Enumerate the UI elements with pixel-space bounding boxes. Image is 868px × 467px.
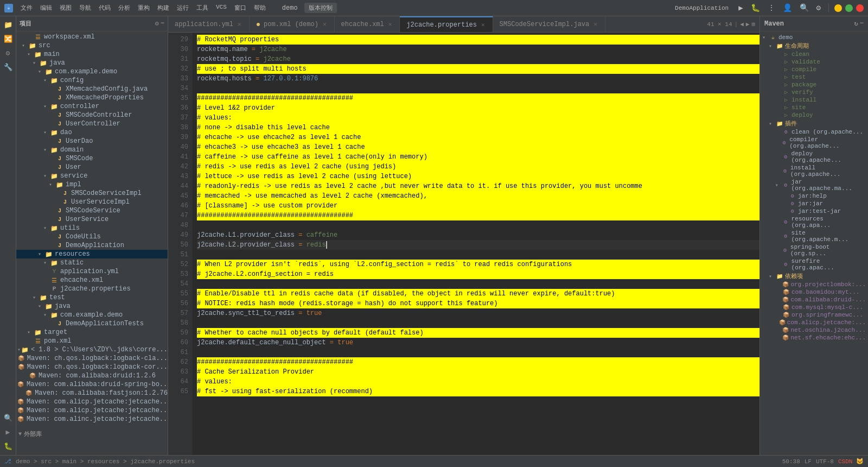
sidebar-item-xmemcachedprops[interactable]: JXMemcachedProperties xyxy=(16,93,168,102)
maven-item-依赖项[interactable]: ▾📁依赖项 xyxy=(760,272,868,281)
maven-collapse[interactable]: − xyxy=(860,20,864,28)
menu-item[interactable]: 编辑 xyxy=(37,3,55,13)
menu-item[interactable]: 导航 xyxy=(76,3,94,13)
sidebar-item-testcomexample[interactable]: ▾📁com.example.demo xyxy=(16,311,168,319)
sidebar-item-userserviceimpl[interactable]: JUserServiceImpl xyxy=(16,198,168,206)
sidebar-item-xmemcachedconfig[interactable]: JXMemcachedConfig.java xyxy=(16,85,168,93)
menu-item[interactable]: 文件 xyxy=(17,3,36,13)
sidebar-item-externaljdk[interactable]: ▾📁< 1.8 > C:\Users\ZDY\.jdks\corre... xyxy=(16,345,168,354)
maven-item-demo[interactable]: ▾☕demo xyxy=(760,34,868,41)
maven-item-com.mysql:mysql-c...[interactable]: 📦com.mysql:mysql-c... xyxy=(760,304,868,311)
maven-item-org.springframewc...[interactable]: 📦org.springframewc... xyxy=(760,311,868,319)
sidebar-item-ext4[interactable]: 📦Maven: com.alibaba:druid-spring-bo... xyxy=(16,380,168,389)
sidebar-settings[interactable]: ⚙ xyxy=(155,20,159,28)
more-button[interactable]: ⋮ xyxy=(765,2,777,14)
sidebar-item-java[interactable]: ▾📁java xyxy=(16,59,168,67)
tab-ehcachexml[interactable]: ehcache.xml✕ xyxy=(335,16,400,32)
maven-item-validate[interactable]: ▷validate xyxy=(760,58,868,66)
structure-button[interactable]: ⚙ xyxy=(2,47,15,60)
sidebar-item-domain[interactable]: ▾📁domain xyxy=(16,146,168,154)
maven-item-com.baomidou:myt...[interactable]: 📦com.baomidou:myt... xyxy=(760,288,868,296)
maven-item-verify[interactable]: ▷verify xyxy=(760,89,868,96)
maven-item-install[interactable]: ▷install xyxy=(760,96,868,104)
menu-item[interactable]: 视图 xyxy=(56,3,75,13)
sidebar-item-ext3[interactable]: 📦Maven: com.alibaba:druid:1.2.6 xyxy=(16,371,168,380)
sidebar-item-smscodecontroller[interactable]: JSMSCodeController xyxy=(16,111,168,119)
menu-bar[interactable]: 文件 编辑 视图 导航 代码 分析 重构 构建 运行 工具 VCS 窗口 帮助 xyxy=(17,3,269,13)
maven-item-com.alibaba:druid-..[interactable]: 📦com.alibaba:druid-... xyxy=(760,296,868,304)
sidebar-item-ext1[interactable]: 📦Maven: ch.qos.logback:logback-cla... xyxy=(16,354,168,363)
maven-item-site(org.apache.m...[interactable]: ⚙site (org.apache.m... xyxy=(760,229,868,243)
tab-j2cacheprops[interactable]: j2cache.properties✕ xyxy=(400,16,493,32)
tab-close-button[interactable]: ✕ xyxy=(322,20,328,28)
sidebar-item-workspace[interactable]: ☰workspace.xml xyxy=(16,33,168,41)
menu-item[interactable]: 代码 xyxy=(95,3,114,13)
run-button[interactable]: ▶ xyxy=(736,2,745,14)
sidebar-item-smscodeservice[interactable]: JSMSCodeService xyxy=(16,206,168,215)
maven-item-jar(org.apache.ma...[interactable]: ▾⚙jar (org.apache.ma... xyxy=(760,178,868,192)
maven-item-test[interactable]: ▷test xyxy=(760,73,868,81)
sidebar-item-codeutils[interactable]: JCodeUtils xyxy=(16,232,168,241)
sidebar-item-demoapptests[interactable]: JDemoApplicationTests xyxy=(16,319,168,328)
sidebar-item-usercontroller[interactable]: JUserController xyxy=(16,119,168,128)
maven-item-插件[interactable]: ▾📁插件 xyxy=(760,119,868,128)
user-icon[interactable]: 👤 xyxy=(781,2,794,14)
maven-item-install(org.apache..[interactable]: ⚙install (org.apache... xyxy=(760,164,868,178)
sidebar-item-impl[interactable]: ▾📁impl xyxy=(16,180,168,189)
menu-item[interactable]: 帮助 xyxy=(251,3,269,13)
sidebar-item-main[interactable]: ▾📁main xyxy=(16,50,168,59)
maven-item-jar:help[interactable]: ⚙jar:help xyxy=(760,192,868,200)
sidebar-item-ehcachexml[interactable]: ☰ehcache.xml xyxy=(16,276,168,285)
maven-item-org.projectlombok:..[interactable]: 📦org.projectlombok:... xyxy=(760,281,868,288)
sidebar-item-user[interactable]: JUser xyxy=(16,163,168,172)
maven-item-clean[interactable]: ▷clean xyxy=(760,51,868,58)
sidebar-item-ext6[interactable]: 📦Maven: com.alicp.jetcache:jetcache... xyxy=(16,397,168,406)
find-button[interactable]: 🔍 xyxy=(2,412,15,425)
nav-back[interactable]: ◀ xyxy=(740,21,744,28)
sidebar-item-applicationyml[interactable]: Yapplication.yml xyxy=(16,267,168,276)
sidebar-item-config[interactable]: ▾📁config xyxy=(16,76,168,85)
sidebar-item-smscode[interactable]: JSMSCode xyxy=(16,154,168,163)
maven-item-deploy[interactable]: ▷deploy xyxy=(760,111,868,119)
maven-item-clean(org.apache...[interactable]: ⚙clean (org.apache... xyxy=(760,128,868,136)
maven-item-生命周期[interactable]: ▾📁生命周期 xyxy=(760,41,868,51)
sidebar-item-test[interactable]: ▾📁test xyxy=(16,293,168,302)
menu-item[interactable]: 运行 xyxy=(174,3,192,13)
menu-item[interactable]: 重构 xyxy=(135,3,153,13)
sidebar-item-ext5[interactable]: 📦Maven: com.alibaba:fastjson:1.2.76 xyxy=(16,389,168,397)
sidebar-item-smscodeserviceimpl[interactable]: JSMSCodeServiceImpl xyxy=(16,189,168,198)
sidebar-item-target[interactable]: ▾📁target xyxy=(16,328,168,337)
maven-item-net.oschina.j2cach..[interactable]: 📦net.oschina.j2cach... xyxy=(760,326,868,334)
vcs-label[interactable]: 版本控制 xyxy=(304,3,337,13)
sidebar-collapse[interactable]: − xyxy=(161,20,164,28)
sidebar-item-demoapplication[interactable]: JDemoApplication xyxy=(16,241,168,250)
search-icon[interactable]: 🔍 xyxy=(797,2,811,14)
maximize-button[interactable]: □ xyxy=(845,4,853,12)
sidebar-item-ext2[interactable]: 📦Maven: ch.qos.logback:logback-cor... xyxy=(16,363,168,371)
tab-pomxml[interactable]: ● pom.xml (demo)✕ xyxy=(250,16,335,32)
sidebar-item-src[interactable]: ▾📁src xyxy=(16,41,168,50)
sidebar-item-userdao[interactable]: JUserDao xyxy=(16,137,168,146)
sidebar-item-dao[interactable]: ▾📁dao xyxy=(16,128,168,137)
tab-appyml[interactable]: application.yml✕ xyxy=(168,16,250,32)
tab-close-button[interactable]: ✕ xyxy=(480,21,486,29)
sidebar-item-resources[interactable]: ▾📁resources xyxy=(16,250,168,258)
menu-item[interactable]: 分析 xyxy=(115,3,133,13)
sidebar-item-utils[interactable]: ▾📁utils xyxy=(16,224,168,232)
tab-close-button[interactable]: ✕ xyxy=(237,20,242,28)
tab-close-button[interactable]: ✕ xyxy=(387,20,393,28)
maven-item-deploy(org.apache...[interactable]: ⚙deploy (org.apache... xyxy=(760,150,868,164)
maven-item-package[interactable]: ▷package xyxy=(760,81,868,89)
maven-item-jar:test-jar[interactable]: ⚙jar:test-jar xyxy=(760,207,868,215)
settings-icon[interactable]: ⚙ xyxy=(814,2,823,14)
sidebar-item-pomxml[interactable]: ☰pom.xml xyxy=(16,337,168,345)
maven-item-compiler(org.apache.[interactable]: ⚙compiler (org.apache... xyxy=(760,136,868,150)
menu-item[interactable]: 窗口 xyxy=(231,3,250,13)
tab-smsserviceimpl[interactable]: SMSCodeServiceImpl.java✕ xyxy=(493,16,605,32)
sidebar-item-testjava[interactable]: ▾📁java xyxy=(16,302,168,311)
sidebar-item-static[interactable]: ▾📁static xyxy=(16,258,168,267)
maven-item-compile[interactable]: ▷compile xyxy=(760,66,868,73)
close-button[interactable]: ✕ xyxy=(856,4,864,12)
tab-close-button[interactable]: ✕ xyxy=(592,20,598,28)
maven-item-jar:jar[interactable]: ⚙jar:jar xyxy=(760,200,868,207)
